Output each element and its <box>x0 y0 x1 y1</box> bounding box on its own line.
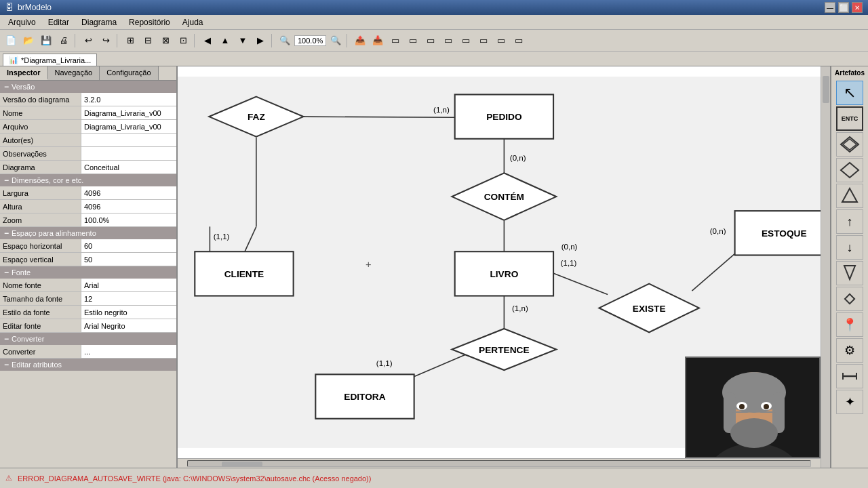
toolbar-nav-down[interactable]: ▼ <box>235 33 251 49</box>
artefato-weak-relationship[interactable] <box>836 132 863 157</box>
artefato-down-arrow2[interactable] <box>836 261 863 285</box>
status-icon: ⚠ <box>5 474 12 483</box>
artefato-down-arrow[interactable]: ↓ <box>836 235 863 260</box>
menu-repositorio[interactable]: Repositório <box>123 16 176 28</box>
toolbar-print[interactable]: 🖨 <box>56 33 72 49</box>
inspector-content: − Versão Versão do diagrama 3.2.0 Nome D… <box>0 81 176 468</box>
section-converter[interactable]: − Converter <box>0 333 176 345</box>
artefato-up-arrow[interactable]: ↑ <box>836 209 863 234</box>
toolbar-nav-back[interactable]: ◀ <box>199 33 216 49</box>
canvas-scrollbar-vertical[interactable] <box>821 66 830 468</box>
toolbar-b4[interactable]: ▭ <box>440 33 456 49</box>
svg-text:PERTENCE: PERTENCE <box>479 345 530 355</box>
menu-editar[interactable]: Editar <box>43 16 75 28</box>
artefato-small-diamond[interactable] <box>836 287 863 311</box>
menu-arquivo[interactable]: Arquivo <box>3 16 41 28</box>
menu-ajuda[interactable]: Ajuda <box>177 16 209 28</box>
artefato-connection[interactable] <box>836 364 863 388</box>
toolbar-b1[interactable]: ▭ <box>387 33 403 49</box>
maximize-button[interactable]: ⬜ <box>838 2 849 13</box>
svg-text:(1,n): (1,n) <box>433 106 450 114</box>
toolbar-zoom-level: 100.0% <box>294 35 326 46</box>
artefatos-panel: Artefatos ↖ ENTC <box>830 66 868 468</box>
section-versao[interactable]: − Versão <box>0 81 176 93</box>
sep4 <box>271 34 274 47</box>
toolbar-zoom-in[interactable]: 🔍 <box>328 33 344 49</box>
toolbar-b8[interactable]: ▭ <box>511 33 527 49</box>
svg-text:(0,n): (0,n) <box>561 243 578 251</box>
svg-text:(0,n): (0,n) <box>710 227 726 235</box>
left-panel: Inspector Navegação Configuração − Versã… <box>0 66 178 468</box>
svg-text:LIVRO: LIVRO <box>490 269 518 279</box>
svg-text:EDITORA: EDITORA <box>344 392 385 402</box>
svg-text:(1,1): (1,1) <box>376 359 393 367</box>
toolbar-save[interactable]: 💾 <box>38 33 54 49</box>
minimize-button[interactable]: — <box>825 2 835 13</box>
toolbar-b7[interactable]: ▭ <box>493 33 509 49</box>
toolbar-b6[interactable]: ▭ <box>475 33 492 49</box>
toolbar-align4[interactable]: ⊡ <box>175 33 191 49</box>
prop-converter: Converter ... <box>0 345 176 359</box>
tab-navegacao[interactable]: Navegação <box>48 66 100 80</box>
artefato-add[interactable]: ✦ <box>836 390 863 414</box>
prop-altura: Altura 4096 <box>0 200 176 214</box>
toolbar-align3[interactable]: ⊠ <box>157 33 174 49</box>
toolbar-undo[interactable]: ↩ <box>80 33 96 49</box>
toolbar-b5[interactable]: ▭ <box>458 33 474 49</box>
svg-text:FAZ: FAZ <box>248 112 265 122</box>
inspector-tabs: Inspector Navegação Configuração <box>0 66 176 81</box>
toolbar-nav-up[interactable]: ▲ <box>217 33 233 49</box>
tab-configuracao[interactable]: Configuração <box>100 66 158 80</box>
artefato-pin[interactable]: 📍 <box>836 312 863 337</box>
section-fonte[interactable]: − Fonte <box>0 266 176 279</box>
diagram-tab-icon: 📊 <box>9 56 18 64</box>
artefato-entity[interactable]: ENTC <box>836 106 863 131</box>
sep3 <box>194 34 197 47</box>
prop-nome: Nome Diagrama_Livraria_v00 <box>0 106 176 120</box>
diagram-tabs: 📊 *Diagrama_Livraria... <box>0 52 868 66</box>
svg-text:ESTOQUE: ESTOQUE <box>762 228 807 239</box>
toolbar-new[interactable]: 📄 <box>3 33 19 49</box>
artefato-triangle-up[interactable] <box>836 184 863 208</box>
close-button[interactable]: ✕ <box>852 2 863 13</box>
tab-inspector[interactable]: Inspector <box>0 66 48 80</box>
toolbar-align2[interactable]: ⊟ <box>140 33 156 49</box>
section-editar-atributos[interactable]: − Editar atributos <box>0 359 176 371</box>
main-area: Inspector Navegação Configuração − Versã… <box>0 66 868 468</box>
svg-text:(0,n): (0,n) <box>510 154 526 162</box>
canvas-area[interactable]: FAZ PEDIDO CONTÉM LIVRO CLIE <box>178 66 821 458</box>
canvas-scrollbar-horizontal[interactable] <box>178 458 821 468</box>
prop-observacoes: Observações <box>0 147 176 161</box>
toolbar-align1[interactable]: ⊞ <box>122 33 138 49</box>
toolbar-open[interactable]: 📂 <box>20 33 37 49</box>
toolbar-b2[interactable]: ▭ <box>405 33 421 49</box>
diagram-tab-active[interactable]: 📊 *Diagrama_Livraria... <box>3 54 97 66</box>
scroll-thumb-v[interactable] <box>823 76 829 103</box>
toolbar-export[interactable]: 📤 <box>352 33 368 49</box>
status-message: ERROR_DIAGRAMA_AUTOSAVE_WIRTE (java: C:\… <box>18 474 371 483</box>
svg-marker-56 <box>844 266 855 279</box>
prop-arquivo: Arquivo Diagrama_Livraria_v00 <box>0 120 176 134</box>
menu-diagrama[interactable]: Diagrama <box>76 16 122 28</box>
prop-versao-diagrama: Versão do diagrama 3.2.0 <box>0 93 176 106</box>
artefato-relationship[interactable] <box>836 158 863 182</box>
toolbar-b3[interactable]: ▭ <box>422 33 439 49</box>
toolbar-redo[interactable]: ↪ <box>98 33 114 49</box>
svg-point-47 <box>739 404 745 409</box>
canvas-and-right: FAZ PEDIDO CONTÉM LIVRO CLIE <box>178 66 868 468</box>
toolbar-nav-fwd[interactable]: ▶ <box>252 33 269 49</box>
section-dimensoes[interactable]: − Dimensões, cor e etc. <box>0 174 176 186</box>
artefato-gear[interactable]: ⚙ <box>836 338 863 363</box>
artefato-cursor[interactable]: ↖ <box>836 81 863 105</box>
svg-text:CLIENTE: CLIENTE <box>224 269 264 279</box>
scroll-track-h[interactable] <box>187 460 811 467</box>
scroll-thumb-h[interactable] <box>222 462 262 467</box>
svg-text:EXISTE: EXISTE <box>633 304 666 314</box>
sep1 <box>75 34 77 47</box>
toolbar-zoom-out[interactable]: 🔍 <box>277 33 293 49</box>
toolbar-import[interactable]: 📥 <box>370 33 386 49</box>
prop-editar-fonte: Editar fonte Arial Negrito <box>0 319 176 333</box>
sep5 <box>347 34 349 47</box>
prop-tamanho-fonte: Tamanho da fonte 12 <box>0 292 176 306</box>
section-espaco[interactable]: − Espaço para alinhamento <box>0 227 176 239</box>
